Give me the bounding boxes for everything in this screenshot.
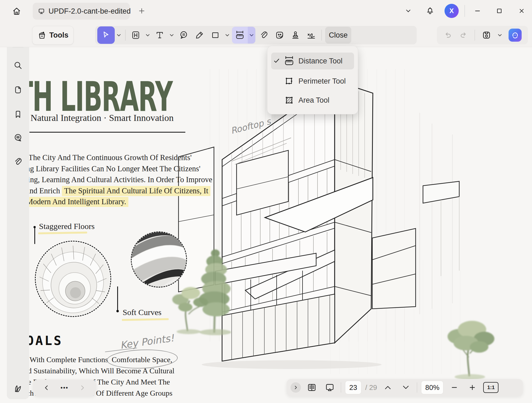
pages-panel-button[interactable] [13,85,23,95]
maximize-button[interactable] [493,4,506,17]
actual-size-button[interactable]: 1:1 [483,382,498,393]
text-icon [155,30,165,40]
pencil-tool-button[interactable] [192,26,207,44]
menu-item-label: Distance Tool [298,57,343,65]
statusbar-divider [417,382,417,393]
text-tool-button[interactable] [152,26,168,44]
menu-item-area-tool[interactable]: Area Tool [271,92,354,109]
building-sketch-illustration [164,69,532,403]
save-options-dropdown[interactable] [498,34,502,36]
collapse-toolbar-button[interactable] [403,5,414,16]
account-avatar[interactable]: X [445,4,459,18]
paragraph-line: g With Complete Functions Comfortable Sp… [24,354,174,365]
sticker-tool-button[interactable] [272,26,288,44]
measure-tool-menu: Distance Tool Perimeter Tool Area T [267,46,358,114]
highlight-tool-button[interactable] [128,26,144,44]
callout-line [117,286,118,310]
stamp-icon [291,30,300,40]
highlight-tool-dropdown[interactable] [144,26,152,44]
title-rule [29,132,185,133]
perimeter-tool-icon [282,76,296,87]
more-pages-icon[interactable]: ••• [61,384,68,391]
highlight-icon [131,30,141,40]
redo-button[interactable] [459,30,468,40]
close-tools-button[interactable]: Close [325,27,351,44]
bookmarks-button[interactable] [13,109,23,119]
thumbnail-pager: ••• [33,380,96,396]
history-save-toolbar [437,26,528,44]
paragraph-line: ing Library Facilities Can No Longer Mee… [24,163,212,175]
document-tab[interactable]: UPDF-2.0-cant-be-edited [33,3,130,20]
collapse-statusbar-button[interactable] [291,382,301,393]
pager-prev-button[interactable] [44,385,50,391]
circled-text: Comfortable Space, [110,354,174,365]
updf-app-window: Rooftop s TH LIBRARY Natural Integration… [0,0,532,403]
minimize-button[interactable] [471,4,484,17]
comment-icon [179,30,189,40]
distance-tool-icon [282,56,296,66]
close-icon [518,7,525,15]
notifications-button[interactable] [424,4,436,17]
home-button[interactable] [10,4,23,18]
comment-tool-button[interactable] [176,26,192,44]
page-layout-button[interactable] [305,383,319,392]
pencil-icon [195,30,204,40]
annotation-toolbar: Close [95,26,417,44]
measure-tool-button[interactable] [232,27,248,44]
minimize-icon [473,7,482,15]
paragraph-line: f The City And The Continuous Growth Of … [24,152,212,163]
menu-item-label: Perimeter Tool [298,77,346,86]
annotations-panel-button[interactable] [13,133,23,143]
new-tab-button[interactable] [136,5,148,17]
cursor-arrow-icon [101,30,111,40]
callout-line [34,228,35,244]
reading-mode-button[interactable] [13,383,23,394]
menu-item-perimeter-tool[interactable]: Perimeter Tool [271,73,354,90]
left-sidebar [7,23,29,399]
zoom-in-button[interactable] [465,384,479,391]
intro-paragraph: f The City And The Continuous Growth Of … [24,152,212,207]
paragraph-line: ding, Learning And Cultural Activities. … [24,174,212,185]
select-tool-dropdown[interactable] [115,26,123,44]
chevron-down-icon [405,7,412,14]
toolbox-icon [37,31,47,40]
signature-tool-button[interactable] [303,26,319,44]
toolbar-divider [125,30,126,41]
shape-tool-button[interactable] [207,26,223,44]
ai-assistant-button[interactable] [509,29,522,42]
area-tool-icon [282,95,296,106]
sidebar-divider [13,47,23,47]
measure-tool-dropdown[interactable] [248,27,255,44]
zoom-out-button[interactable] [447,384,461,391]
ruler-icon [235,30,245,40]
text-tool-dropdown[interactable] [168,26,176,44]
avatar-initial: X [449,7,454,15]
undo-button[interactable] [443,30,452,40]
shape-tool-dropdown[interactable] [223,26,231,44]
paragraph-line: Modern And Intelligent Library. [24,196,212,207]
statusbar-divider [341,382,341,393]
menu-item-distance-tool[interactable]: Distance Tool [271,53,354,69]
yellow-underline [38,231,87,234]
goals-heading: OALS [26,333,63,348]
page-number-input[interactable]: 23 [345,381,361,394]
stamp-tool-button[interactable] [288,26,303,44]
document-subtitle: Natural Integration · Smart Innovation [31,113,174,123]
select-tool-button[interactable] [97,26,115,44]
signature-icon [306,30,316,40]
zoom-level-input[interactable]: 80% [421,381,443,394]
tab-title: UPDF-2.0-cant-be-edited [49,7,131,16]
home-icon [12,6,22,16]
next-page-button[interactable] [399,385,413,390]
attachments-panel-button[interactable] [13,157,23,167]
presentation-mode-button[interactable] [323,383,337,392]
save-button[interactable] [482,30,491,40]
pager-next-button[interactable] [79,385,85,391]
toolbar-divider [474,30,475,41]
tools-button[interactable]: Tools [32,26,74,45]
previous-page-button[interactable] [381,385,395,390]
search-button[interactable] [13,60,23,70]
close-window-button[interactable] [515,4,528,17]
attachment-tool-button[interactable] [256,26,272,44]
document-canvas[interactable]: Rooftop s TH LIBRARY Natural Integration… [0,23,532,403]
